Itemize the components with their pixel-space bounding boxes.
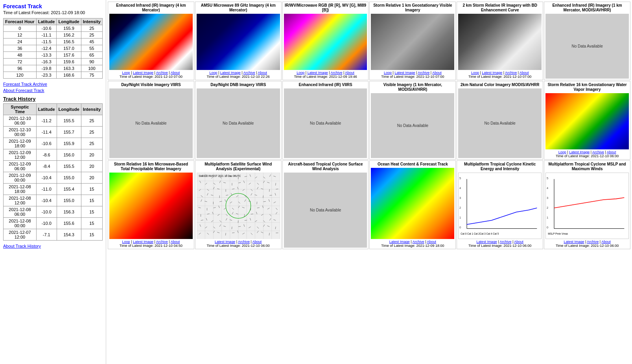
svg-line-83: [237, 187, 238, 189]
svg-line-96: [242, 207, 245, 208]
track-history-title: Track History: [3, 96, 103, 102]
svg-line-66: [224, 208, 226, 210]
no-data-text: No Data Available: [397, 123, 428, 128]
image-link[interactable]: About: [432, 71, 442, 75]
image-link[interactable]: About: [252, 240, 262, 244]
svg-line-56: [219, 206, 220, 208]
svg-line-46: [213, 208, 216, 208]
image-link[interactable]: About: [514, 240, 523, 244]
image-placeholder: 012345Cat 0 Cat 1 Cat 2Cat 3 Cat 4 Cat 5: [458, 173, 542, 239]
image-placeholder: [371, 168, 454, 239]
svg-line-87: [236, 213, 238, 214]
image-link[interactable]: Latest Image: [215, 240, 235, 244]
svg-line-110: [251, 233, 252, 235]
image-link[interactable]: Archive: [156, 71, 168, 75]
image-cell-title: 2km Natural Color Imagery MODIS/AVHRR: [461, 83, 539, 87]
svg-line-43: [213, 187, 214, 189]
about-forecast-track-link[interactable]: About Forecast Track: [3, 88, 103, 93]
image-link[interactable]: Archive: [156, 240, 168, 244]
image-link[interactable]: Latest Image: [569, 150, 590, 154]
svg-line-80: [232, 233, 234, 233]
image-link[interactable]: Latest Image: [133, 240, 153, 244]
image-link[interactable]: Latest Image: [389, 240, 410, 244]
svg-line-116: [257, 208, 259, 208]
forecast-track-archive-link[interactable]: Forecast Track Archive: [3, 82, 103, 86]
image-link[interactable]: Archive: [499, 240, 511, 244]
image-link[interactable]: About: [258, 71, 267, 75]
image-cell: Day/Night Visible Imagery VIIRSNo Data A…: [108, 81, 194, 160]
image-time: Time of Latest Image: 2021-12-09 18:00: [381, 244, 444, 248]
image-link[interactable]: Archive: [418, 71, 429, 75]
image-links: Loop | Latest Image | Archive | About: [384, 71, 442, 75]
image-link[interactable]: Loop: [471, 71, 479, 75]
image-link[interactable]: Latest Image: [308, 71, 328, 75]
image-link[interactable]: Loop: [558, 150, 566, 154]
svg-line-33: [207, 189, 209, 191]
svg-line-118: [255, 221, 257, 222]
svg-line-60: [217, 232, 219, 233]
svg-line-50: [213, 231, 214, 233]
image-links: Loop | Latest Image | Archive | About: [122, 240, 180, 244]
svg-line-147: [276, 212, 277, 214]
table-row: 48-13.3157.665: [4, 52, 103, 59]
image-cell: Multiplatform Satellite Surface Wind Ana…: [195, 160, 282, 249]
svg-line-100: [242, 233, 244, 234]
svg-line-145: [274, 202, 276, 203]
image-placeholder: No Data Available: [545, 14, 629, 79]
image-link[interactable]: About: [520, 71, 529, 75]
image-link[interactable]: Loop: [122, 71, 130, 75]
svg-line-112: [257, 183, 259, 184]
image-time: Time of Latest Image: 2021-12-10 06:00: [556, 154, 619, 158]
image-links: Latest Image | Archive | About: [389, 240, 436, 244]
no-data-text: No Data Available: [135, 121, 166, 125]
image-time: Time of Latest Image: 2021-12-10 06:00: [556, 244, 619, 248]
image-links: Loop | Latest Image | Archive | About: [209, 71, 267, 75]
svg-text:3: 3: [459, 196, 461, 200]
image-link[interactable]: About: [607, 150, 616, 154]
image-link[interactable]: Latest Image: [133, 71, 153, 75]
svg-line-67: [226, 214, 228, 216]
image-cell: Storm Relative 16 km Microwave-Based Tot…: [108, 160, 194, 249]
image-link[interactable]: About: [601, 240, 611, 244]
image-link[interactable]: Archive: [505, 71, 517, 75]
image-link[interactable]: About: [427, 240, 437, 244]
svg-line-115: [257, 202, 257, 204]
image-link[interactable]: Latest Image: [482, 71, 502, 75]
svg-text:1: 1: [547, 216, 548, 219]
image-cell-title: Storm Relative 1 km Geostationary Visibl…: [371, 3, 454, 13]
image-link[interactable]: Archive: [413, 240, 424, 244]
image-link[interactable]: Loop: [384, 71, 392, 75]
table-row: 72-16.3159.690: [4, 59, 103, 65]
image-link[interactable]: About: [345, 71, 354, 75]
image-link[interactable]: About: [171, 240, 180, 244]
table-row: 2021-12-09 12:00-8.6156.020: [4, 149, 103, 161]
image-link[interactable]: Loop: [209, 71, 217, 75]
main-layout: Forecast Track Time of Latest Forecast: …: [0, 0, 632, 364]
image-link[interactable]: Latest Image: [564, 240, 584, 244]
image-link[interactable]: Archive: [592, 150, 604, 154]
image-links: Loop | Latest Image | Archive | About: [297, 71, 354, 75]
image-placeholder: No Data Available: [284, 173, 367, 248]
svg-line-95: [245, 200, 246, 202]
image-link[interactable]: About: [171, 71, 180, 75]
image-link[interactable]: Archive: [243, 71, 255, 75]
image-placeholder: No Data Available: [371, 93, 454, 158]
image-link[interactable]: Latest Image: [220, 71, 241, 75]
image-cell-title: AMSU Microwave 89 GHz Imagery (4 km Merc…: [197, 3, 280, 13]
svg-line-59: [219, 224, 221, 227]
svg-line-77: [232, 212, 233, 214]
image-placeholder: SH9322 INVEST 2021 10 Dec 06UTC: [197, 173, 280, 239]
image-link[interactable]: Latest Image: [477, 240, 497, 244]
svg-line-104: [251, 193, 252, 196]
image-link[interactable]: Latest Image: [394, 71, 415, 75]
image-link[interactable]: Archive: [587, 240, 599, 244]
svg-text:3: 3: [547, 196, 548, 200]
image-link[interactable]: Archive: [331, 71, 343, 75]
image-link[interactable]: Loop: [297, 71, 304, 75]
image-link[interactable]: Archive: [238, 240, 250, 244]
image-cell: Enhanced Infrared (IR) VIIRSNo Data Avai…: [282, 81, 369, 160]
svg-line-28: [201, 220, 203, 221]
image-link[interactable]: Loop: [122, 240, 130, 244]
svg-line-137: [269, 214, 271, 216]
about-track-history-link[interactable]: About Track History: [3, 244, 103, 248]
